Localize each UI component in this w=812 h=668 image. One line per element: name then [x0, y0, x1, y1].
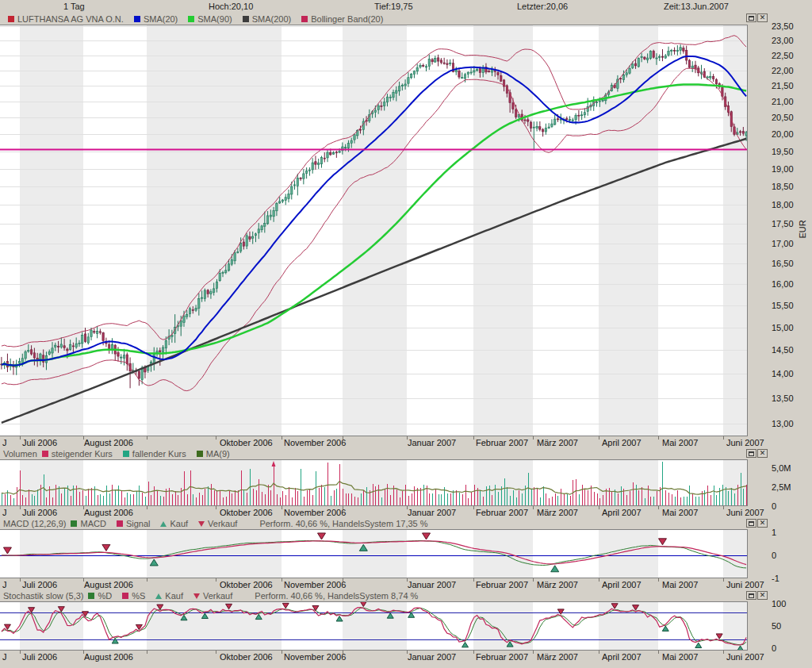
volume-chart[interactable]: [0, 459, 748, 506]
x-axis-tick: [723, 506, 724, 509]
x-axis-label: J: [2, 438, 7, 447]
close-glyph: ✕: [760, 520, 766, 527]
restore-icon[interactable]: [746, 449, 756, 458]
x-axis-label: Juni 2007: [726, 652, 764, 662]
close-icon[interactable]: ✕: [757, 591, 768, 600]
x-axis-label: Juni 2007: [726, 580, 764, 589]
legend-label: %S: [132, 591, 145, 601]
close-icon[interactable]: ✕: [757, 449, 768, 458]
x-axis-tick: [533, 506, 534, 509]
stochastic-panel-title: Stochastik slow (5,3): [3, 591, 83, 601]
x-axis-label: März 2007: [537, 438, 578, 447]
legend-label: Signal: [126, 519, 151, 528]
stochastic-panel-header: Stochastik slow (5,3) %D%SKaufVerkauf Pe…: [0, 590, 748, 601]
x-axis-tick: [533, 578, 534, 582]
x-axis-label: Juli 2006: [22, 508, 57, 517]
x-axis-tick: [216, 578, 216, 582]
x-axis-tick: [20, 506, 21, 509]
percent-s-swatch: [122, 593, 128, 599]
legend-item: SMA(200): [243, 14, 292, 24]
buy-marker: [462, 642, 469, 647]
legend-label: LUFTHANSA AG VNA O.N.: [17, 14, 124, 24]
x-axis-tick: [282, 436, 282, 440]
volume-panel-title: Volumen: [3, 449, 37, 459]
x-axis-label: J: [2, 580, 7, 589]
buy-marker-icon: [160, 521, 167, 527]
x-axis-tick: [147, 651, 147, 654]
x-axis-label: Januar 2007: [408, 438, 456, 447]
x-axis-label: Mai 2007: [662, 438, 698, 447]
x-axis-tick: [343, 436, 343, 440]
price-axis-tick: 19,50: [772, 147, 794, 156]
buy-marker: [112, 639, 118, 643]
x-axis-tick: [723, 436, 724, 440]
legend-item: Kauf: [155, 591, 183, 601]
sma200-swatch: [243, 16, 249, 22]
price-axis-tick: 14,00: [772, 369, 794, 378]
x-axis-tick: [599, 578, 599, 582]
price-axis-tick: 21,00: [772, 97, 794, 106]
price-axis-tick: 21,50: [772, 81, 794, 90]
x-axis-tick: [658, 578, 659, 582]
sell-marker: [317, 533, 325, 539]
close-icon[interactable]: ✕: [757, 519, 768, 528]
close-glyph: ✕: [760, 450, 766, 457]
close-icon[interactable]: ✕: [757, 13, 768, 22]
x-axis-tick: [282, 506, 282, 509]
x-axis-label: November 2006: [284, 652, 346, 662]
falling-volume-swatch: [123, 451, 129, 457]
stochastic-chart[interactable]: [0, 601, 748, 651]
x-axis-label: Oktober 2006: [220, 438, 273, 447]
legend-item: %D: [88, 591, 112, 601]
legend-item: SMA(20): [134, 14, 178, 24]
macd-chart[interactable]: [0, 529, 748, 578]
volume-panel-header: Volumen steigender Kursfallender KursMA(…: [0, 448, 748, 459]
x-axis-label: Januar 2007: [408, 580, 456, 589]
close-glyph: ✕: [760, 14, 766, 21]
window-glyph: [749, 593, 754, 598]
x-axis-label: Juli 2006: [22, 438, 57, 447]
restore-icon[interactable]: [746, 13, 756, 22]
price-axis-tick: 15,50: [772, 301, 794, 310]
x-axis-label: März 2007: [537, 652, 578, 662]
price-axis-tick: 17,50: [772, 219, 794, 228]
legend-label: MACD: [80, 519, 105, 528]
restore-icon[interactable]: [746, 519, 756, 528]
legend-label: SMA(90): [197, 14, 232, 24]
x-axis-tick: [282, 651, 282, 654]
x-axis-label: November 2006: [284, 580, 346, 589]
price-axis-tick: 13,00: [772, 419, 794, 428]
stoch-axis-tick: 100: [772, 599, 786, 608]
instrument-swatch: [8, 16, 14, 22]
main-chart-legend: LUFTHANSA AG VNA O.N.SMA(20)SMA(90)SMA(2…: [0, 13, 748, 25]
macd-performance: Perform. 40,66 %, HandelsSystem 17,35 %: [259, 519, 427, 528]
x-axis-label: April 2007: [602, 652, 642, 662]
x-axis-label: Juli 2006: [22, 580, 57, 589]
x-axis-label: April 2007: [602, 438, 642, 447]
restore-icon[interactable]: [746, 591, 756, 600]
sell-marker: [557, 609, 564, 614]
legend-item: steigender Kurs: [42, 449, 113, 459]
x-axis-tick: [473, 436, 474, 440]
price-axis-tick: 13,50: [772, 394, 794, 403]
price-chart[interactable]: [0, 25, 748, 436]
x-axis-strip: JJuli 2006August 2006Oktober 2006Novembe…: [0, 436, 812, 448]
x-axis-label: Oktober 2006: [220, 580, 273, 589]
x-axis-tick: [473, 651, 474, 654]
legend-item: %S: [122, 591, 145, 601]
x-axis-label: Januar 2007: [408, 652, 456, 662]
x-axis-tick: [216, 506, 216, 509]
buy-marker-icon: [155, 593, 162, 599]
x-axis-label: August 2006: [84, 652, 133, 662]
volume-ma-swatch: [197, 451, 203, 457]
x-axis-tick: [658, 436, 659, 440]
sell-marker: [423, 533, 431, 539]
legend-label: MA(9): [206, 449, 230, 459]
x-axis-tick: [599, 506, 599, 509]
macd-axis-tick: 0: [772, 551, 776, 560]
price-axis-tick: 20,00: [772, 129, 794, 139]
x-axis-tick: [723, 651, 724, 654]
high-label: Hoch:20,10: [209, 2, 253, 11]
price-axis-tick: 18,00: [772, 200, 794, 209]
sma20-swatch: [134, 16, 140, 22]
